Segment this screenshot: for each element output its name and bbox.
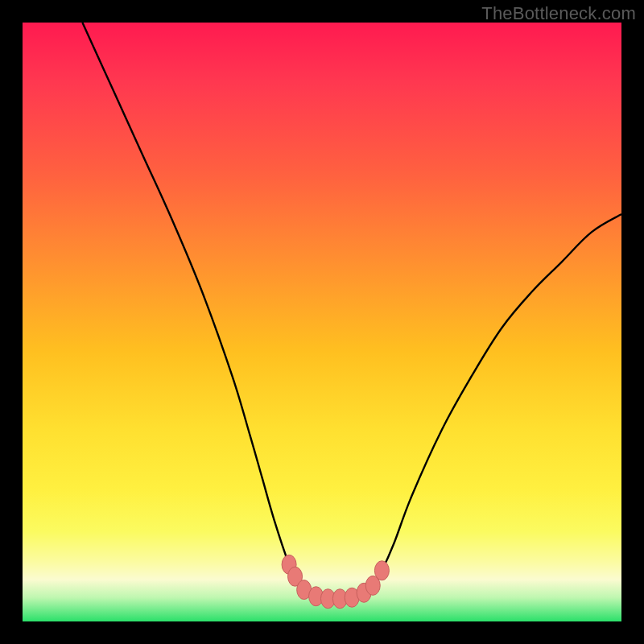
- bottleneck-curve: [82, 23, 621, 599]
- watermark-label: TheBottleneck.com: [481, 3, 636, 24]
- curve-marker: [374, 561, 389, 580]
- chart-frame: TheBottleneck.com: [0, 0, 644, 644]
- curve-svg: [23, 23, 621, 621]
- curve-markers: [282, 555, 389, 608]
- plot-area: [23, 23, 621, 621]
